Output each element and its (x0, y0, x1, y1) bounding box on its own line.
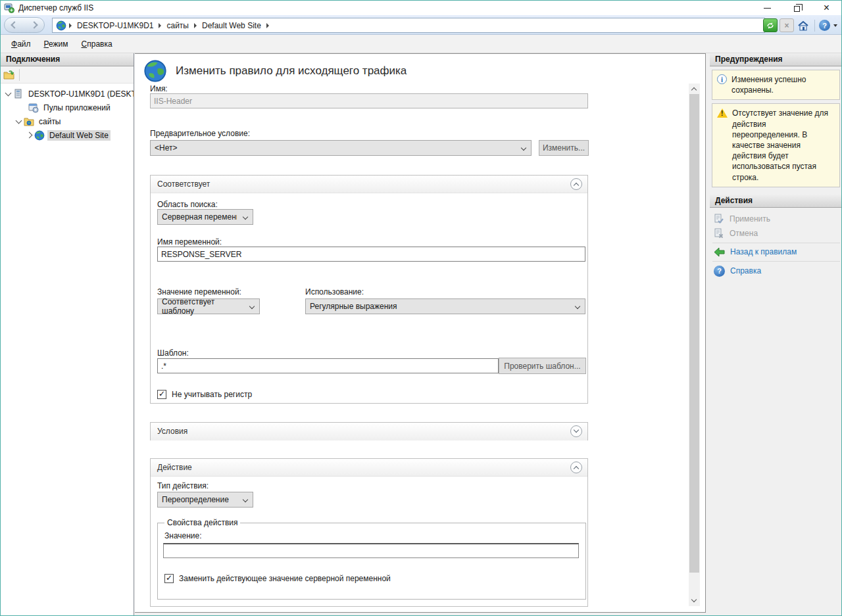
section-title: Соответствует (157, 179, 210, 189)
scroll-up-icon[interactable] (691, 87, 697, 93)
sites-folder-icon (24, 116, 34, 127)
close-button[interactable]: × (812, 1, 841, 15)
tree-item-server[interactable]: DESKTOP-U1MK9D1 (DESKTOP (1, 87, 134, 101)
pattern-input[interactable] (157, 358, 499, 373)
conditions-section-header[interactable]: Условия (151, 423, 587, 440)
tree-item-label: Default Web Site (47, 130, 111, 141)
edit-precondition-button[interactable]: Изменить... (539, 140, 589, 156)
chevron-down-icon[interactable] (16, 117, 22, 124)
separator (712, 261, 840, 262)
back-button[interactable] (11, 21, 18, 28)
pattern-label: Шаблон: (157, 348, 189, 358)
vertical-scrollbar[interactable] (689, 83, 700, 606)
stop-icon: × (784, 21, 789, 30)
toolbar-separator (814, 20, 815, 32)
iis-manager-window: Диспетчер служб IIS × DESKTOP-U1MK9D1 са… (0, 0, 842, 616)
info-alert: i Изменения успешно сохранены. (712, 70, 840, 100)
help-icon: ? (714, 266, 725, 277)
variable-name-input[interactable] (157, 247, 585, 262)
application-pools-icon (28, 103, 39, 113)
scope-label: Область поиска: (157, 200, 218, 209)
help-action[interactable]: ? Справка (710, 264, 842, 279)
back-to-rules-action[interactable]: Назад к правилам (710, 245, 842, 259)
cancel-label: Отмена (730, 229, 758, 238)
variable-value-label: Значение переменной: (157, 287, 241, 296)
value-input[interactable] (163, 543, 579, 558)
back-to-rules-label: Назад к правилам (730, 247, 797, 256)
address-bar: DESKTOP-U1MK9D1 сайты Default Web Site ×… (1, 15, 841, 35)
breadcrumb-sites[interactable]: сайты (164, 21, 191, 30)
alert-text: Изменения успешно сохранены. (731, 74, 835, 95)
replace-checkbox[interactable] (164, 574, 174, 583)
scroll-down-icon[interactable] (691, 597, 697, 602)
alert-text: Отсутствует значение для действия переоп… (732, 108, 835, 182)
save-connections-icon[interactable] (3, 70, 15, 80)
help-dropdown-icon[interactable] (833, 24, 837, 27)
precondition-select[interactable]: <Нет> (150, 140, 532, 156)
replace-checkbox-row[interactable]: Заменить действующее значение серверной … (164, 574, 580, 583)
tree-item-default-web-site[interactable]: Default Web Site (1, 128, 134, 142)
ignore-case-checkbox[interactable] (157, 390, 166, 399)
actions-list: Применить Отмена Назад к правилам ? Спра… (710, 208, 842, 279)
app-icon (4, 3, 14, 13)
name-label: Имя: (150, 84, 168, 93)
chevron-down-icon[interactable] (5, 89, 12, 96)
cancel-action[interactable]: Отмена (710, 226, 842, 241)
minimize-button[interactable] (753, 1, 782, 15)
action-section-header[interactable]: Действие (151, 459, 587, 477)
chevron-up-icon (574, 466, 579, 471)
stop-button[interactable]: × (780, 18, 794, 32)
using-select[interactable]: Регулярные выражения (305, 298, 585, 314)
toolbar-separator (19, 69, 20, 81)
page-title: Изменить правило для исходящего трафика (176, 64, 407, 78)
tree-item-app-pools[interactable]: Пулы приложений (1, 101, 134, 114)
info-icon: i (717, 74, 727, 84)
navigation-pill (4, 17, 45, 33)
section-title: Условия (157, 427, 187, 436)
feature-globe-icon (143, 59, 167, 83)
menu-view[interactable]: Режим (37, 37, 75, 51)
breadcrumb-website[interactable]: Default Web Site (199, 21, 264, 30)
collapse-button[interactable] (570, 178, 582, 190)
scrollbar-thumb[interactable] (689, 94, 699, 573)
expand-button[interactable] (570, 425, 582, 437)
action-type-select[interactable]: Переопределение (157, 492, 253, 508)
collapse-button[interactable] (570, 462, 582, 473)
connections-tree: DESKTOP-U1MK9D1 (DESKTOP Пулы приложений… (1, 83, 134, 142)
warning-alert: ! Отсутствует значение для действия пере… (712, 103, 840, 187)
restore-button[interactable] (782, 1, 812, 15)
conditions-section: Условия (150, 422, 588, 440)
chevron-right-icon[interactable] (26, 132, 33, 139)
home-button[interactable] (796, 18, 810, 32)
chevron-down-icon (521, 145, 526, 151)
apply-action[interactable]: Применить (710, 212, 842, 226)
help-icon[interactable]: ? (819, 20, 830, 31)
cancel-icon (714, 228, 724, 239)
chevron-down-icon (243, 214, 248, 220)
menu-help[interactable]: Справка (75, 37, 119, 51)
forward-button[interactable] (30, 21, 37, 28)
test-pattern-button[interactable]: Проверить шаблон... (499, 358, 586, 374)
section-title: Действие (157, 463, 192, 472)
match-section-header[interactable]: Соответствует (151, 176, 587, 193)
breadcrumb-server[interactable]: DESKTOP-U1MK9D1 (74, 21, 156, 30)
variable-value-select[interactable]: Соответствует шаблону (157, 298, 260, 314)
breadcrumb-arrow-icon (266, 23, 269, 28)
menu-file[interactable]: Файл (5, 37, 37, 51)
apply-label: Применить (730, 214, 770, 224)
action-properties-group: Свойства действия Значение: Заменить дей… (157, 518, 586, 600)
ignore-case-checkbox-row[interactable]: Не учитывать регистр (157, 390, 252, 399)
breadcrumb[interactable]: DESKTOP-U1MK9D1 сайты Default Web Site (52, 18, 765, 33)
menu-bar: Файл Режим Справка (1, 35, 841, 53)
connections-header: Подключения (1, 53, 134, 66)
action-type-label: Тип действия: (157, 481, 209, 490)
chevron-down-icon (574, 427, 579, 433)
site-globe-icon (56, 20, 66, 31)
tree-item-sites[interactable]: сайты (1, 114, 134, 128)
refresh-button[interactable] (763, 18, 778, 32)
action-section: Действие Тип действия: Переопределение С… (150, 458, 588, 607)
breadcrumb-arrow-icon (69, 23, 72, 28)
breadcrumb-arrow-icon (194, 23, 197, 28)
refresh-icon (766, 21, 775, 30)
scope-select[interactable]: Серверная переменн (157, 209, 253, 225)
